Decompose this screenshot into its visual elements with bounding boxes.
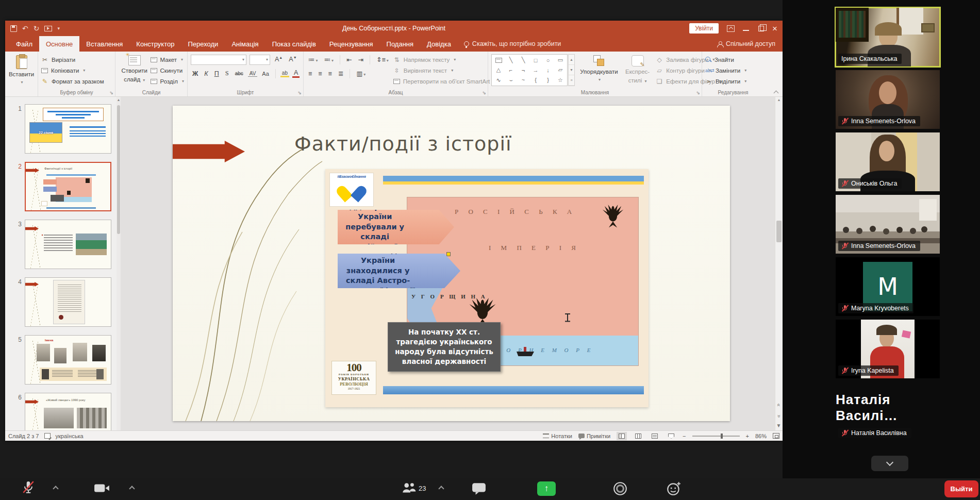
columns-button[interactable]: ▥▾ bbox=[355, 70, 367, 77]
fit-to-window-icon[interactable] bbox=[773, 433, 779, 439]
shapes-gallery[interactable]: ╲ ╲ □ ○ ▭ △ ⌐ ¬ → ↓ ▱ ∿ ⌣ ~ { bbox=[491, 54, 575, 88]
tab-review[interactable]: Рецензування bbox=[323, 36, 380, 52]
audio-options-chevron-icon[interactable] bbox=[53, 486, 58, 491]
thumbnails-scrollbar[interactable]: ▲ bbox=[117, 97, 121, 430]
quick-styles-button[interactable]: Експрес- стилі ▾ bbox=[623, 54, 652, 88]
close-button[interactable]: × bbox=[772, 24, 777, 33]
tell-me-box[interactable]: Скажіть, що потрібно зробити bbox=[458, 36, 568, 52]
shape-rectangle-icon[interactable]: □ bbox=[534, 57, 538, 63]
proofing-icon[interactable] bbox=[44, 433, 51, 439]
slide-canvas[interactable]: Факти/події з історії #ВзаємоЄднання Р О… bbox=[173, 106, 730, 421]
start-video-button[interactable] bbox=[94, 482, 110, 494]
collapse-gallery-button[interactable] bbox=[871, 456, 908, 471]
reset-button[interactable]: Скинути bbox=[151, 65, 184, 76]
decrease-indent-button[interactable]: ⇤ bbox=[345, 56, 353, 63]
tab-help[interactable]: Довідка bbox=[420, 36, 458, 52]
shrink-font-button[interactable]: A▼ bbox=[287, 56, 298, 63]
thumbnail-slide-2[interactable]: 2 Факти/події з історії bbox=[10, 162, 113, 211]
shape-oval-icon[interactable]: ○ bbox=[546, 57, 550, 63]
shape-elbow-icon[interactable]: ⌐ bbox=[509, 67, 512, 73]
language-indicator[interactable]: українська bbox=[56, 433, 84, 439]
participants-chevron-icon[interactable] bbox=[438, 486, 444, 491]
tab-animations[interactable]: Анімація bbox=[225, 36, 265, 52]
thumbnail-slide-1[interactable]: 1 22 січня bbox=[10, 104, 113, 154]
increase-indent-button[interactable]: ⇥ bbox=[357, 56, 365, 63]
video-tile[interactable]: Ірина Скакальська bbox=[836, 8, 940, 66]
slideshow-view-button[interactable] bbox=[666, 432, 676, 440]
zoom-level[interactable]: 86% bbox=[755, 433, 767, 439]
shape-arc-icon[interactable]: ⌣ bbox=[509, 77, 512, 84]
font-name-combo[interactable]: ▾ bbox=[191, 55, 246, 65]
tab-home[interactable]: Основне bbox=[39, 36, 79, 52]
zoom-slider[interactable] bbox=[692, 436, 740, 437]
slide-sorter-view-button[interactable] bbox=[633, 432, 643, 440]
mute-microphone-button[interactable] bbox=[22, 480, 35, 495]
scroll-up-icon[interactable]: ▲ bbox=[569, 55, 574, 65]
tab-insert[interactable]: Вставлення bbox=[79, 36, 129, 52]
strikethrough-button[interactable]: abc bbox=[234, 71, 245, 76]
underline-button[interactable]: П bbox=[213, 70, 221, 77]
bullets-button[interactable]: ≔▾ bbox=[307, 56, 320, 63]
tab-transitions[interactable]: Переходи bbox=[181, 36, 225, 52]
thumbnail-slide-4[interactable]: 4 bbox=[10, 277, 113, 327]
new-slide-button[interactable]: Створити слайд ▾ bbox=[119, 54, 151, 88]
layout-button[interactable]: Макет▾ bbox=[151, 54, 184, 65]
bold-button[interactable]: Ж bbox=[191, 70, 200, 77]
font-color-button[interactable]: A bbox=[292, 69, 300, 78]
shape-elbow-arrow-icon[interactable]: ¬ bbox=[522, 67, 525, 73]
textbox-dnipro-ukraine[interactable]: Землі Наддніпрянської України перебували… bbox=[338, 210, 454, 244]
share-button[interactable]: Спільний доступ bbox=[717, 36, 783, 52]
italic-button[interactable]: К bbox=[203, 70, 209, 77]
shape-right-brace-icon[interactable]: } bbox=[547, 77, 549, 83]
cut-button[interactable]: ✂Вирізати bbox=[41, 54, 112, 65]
normal-view-button[interactable] bbox=[617, 432, 627, 440]
scroll-up-icon[interactable]: ▲ bbox=[775, 97, 783, 102]
select-button[interactable]: ➢Виділити▾ bbox=[705, 76, 761, 87]
customize-qat-icon[interactable]: ▾ bbox=[57, 26, 60, 31]
shape-rounded-rectangle-icon[interactable]: ▭ bbox=[558, 57, 563, 63]
align-center-button[interactable]: ≡ bbox=[317, 70, 323, 77]
start-slideshow-icon[interactable] bbox=[44, 26, 52, 31]
dialog-launcher-icon[interactable]: ⇘ bbox=[696, 90, 700, 95]
shape-textbox-icon[interactable] bbox=[495, 58, 502, 63]
chat-button[interactable] bbox=[472, 482, 486, 495]
undo-icon[interactable]: ↶ bbox=[22, 24, 28, 32]
font-size-combo[interactable]: ▾ bbox=[250, 55, 270, 65]
slide-scrollbar[interactable]: ▲ « « ▼ bbox=[775, 97, 783, 430]
shape-star-icon[interactable]: ☆ bbox=[558, 77, 563, 84]
thumbnail-slide-3[interactable]: 3 bbox=[10, 220, 113, 269]
restore-button[interactable] bbox=[758, 26, 764, 31]
comments-button[interactable]: Примітки bbox=[578, 433, 610, 439]
thumbnail-slide-6[interactable]: 6 «Живий ланцюг» 1990 року bbox=[10, 393, 113, 430]
shape-curve-icon[interactable]: ~ bbox=[522, 77, 525, 83]
slide-title[interactable]: Факти/події з історії bbox=[294, 132, 512, 155]
video-tile[interactable]: M Maryna Kryvoberets bbox=[836, 257, 940, 316]
text-direction-button[interactable]: ⇅Напрямок тексту▾ bbox=[393, 54, 496, 65]
reactions-button[interactable] bbox=[666, 481, 682, 496]
previous-slide-button[interactable]: « bbox=[775, 399, 783, 410]
format-painter-button[interactable]: ✎Формат за зразком bbox=[41, 76, 112, 87]
dialog-launcher-icon[interactable]: ⇘ bbox=[297, 90, 302, 95]
video-options-chevron-icon[interactable] bbox=[129, 486, 135, 491]
minimize-button[interactable] bbox=[743, 30, 749, 31]
align-left-button[interactable]: ≡ bbox=[307, 70, 313, 77]
find-button[interactable]: Знайти bbox=[705, 54, 761, 65]
zoom-slider-thumb[interactable] bbox=[721, 434, 723, 439]
shape-arrow-icon[interactable]: ╲ bbox=[522, 57, 525, 63]
character-spacing-button[interactable]: AV bbox=[248, 71, 258, 77]
tab-view[interactable]: Подання bbox=[380, 36, 421, 52]
video-tile[interactable]: Ониськів Ольга bbox=[836, 132, 940, 191]
video-tile[interactable]: Inna Semenets-Orlova bbox=[836, 70, 940, 129]
video-tile[interactable]: Наталія Василі… Наталія Василівна bbox=[836, 382, 940, 441]
numbering-button[interactable]: ≕▾ bbox=[323, 56, 336, 63]
ribbon-display-options-icon[interactable] bbox=[727, 25, 735, 32]
save-icon[interactable] bbox=[10, 25, 17, 32]
title-arrow-shape[interactable] bbox=[173, 141, 245, 162]
sign-in-button[interactable]: Увійти bbox=[689, 23, 719, 34]
shape-left-brace-icon[interactable]: { bbox=[535, 77, 537, 83]
convert-smartart-button[interactable]: Перетворити на об'єкт SmartArt▾ bbox=[393, 76, 496, 87]
copy-button[interactable]: Копіювати▾ bbox=[41, 65, 112, 76]
dialog-launcher-icon[interactable]: ⇘ bbox=[109, 90, 113, 95]
shape-right-arrow-icon[interactable]: → bbox=[533, 67, 539, 73]
thumbnail-slide-5[interactable]: 5 Імена bbox=[10, 335, 113, 385]
